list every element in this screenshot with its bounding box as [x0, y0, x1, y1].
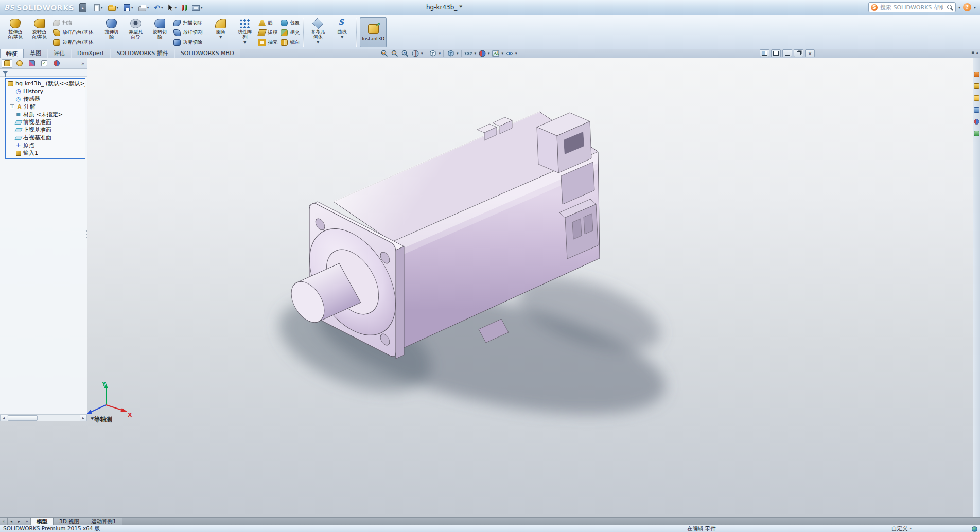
viewport-layout-button[interactable]	[760, 49, 769, 57]
previous-view-button[interactable]	[400, 49, 410, 58]
tree-item-material[interactable]: ≡ 材质 <未指定>	[7, 111, 85, 118]
intersect-button[interactable]: 相交	[281, 28, 300, 37]
tab-features[interactable]: 特征	[0, 49, 24, 58]
apply-scene-button[interactable]	[491, 49, 501, 58]
viewport-single-button[interactable]	[771, 49, 781, 57]
customize-control[interactable]: 自定义 ▴	[891, 525, 912, 532]
panel-horizontal-scrollbar[interactable]: ◂ ▸	[0, 414, 87, 421]
collapse-ribbon-button[interactable]: ▴	[976, 50, 978, 55]
fillet-button[interactable]: 圆角 ▼	[208, 16, 233, 48]
undo-button[interactable]: ↶▾	[152, 2, 164, 13]
dropdown-caret-icon[interactable]: ▼	[317, 41, 319, 44]
close-document-button[interactable]: ×	[805, 49, 815, 57]
view-orientation-button[interactable]	[428, 49, 438, 58]
loft-button[interactable]: 放样凸台/基体	[53, 28, 93, 37]
view-palette-icon[interactable]	[974, 107, 979, 113]
tab-motion-study[interactable]: 运动算例1	[85, 518, 122, 525]
graphics-area[interactable]: Y X Z *等轴测 ✓ » hg-kr43b_ (默认<<	[0, 58, 980, 517]
edit-appearance-button[interactable]	[477, 49, 487, 58]
tree-item-top-plane[interactable]: 上视基准面	[7, 126, 85, 134]
dropdown-caret-icon[interactable]: ▼	[341, 36, 343, 39]
rebuild-button[interactable]	[180, 2, 188, 13]
mirror-button[interactable]: 镜向	[281, 38, 300, 47]
dropdown-caret-icon[interactable]: ▾	[502, 51, 504, 56]
tree-item-imported1[interactable]: 输入1	[7, 149, 85, 157]
custom-properties-icon[interactable]	[974, 131, 979, 136]
search-placeholder[interactable]: 搜索 SOLIDWORKS 帮助	[880, 4, 943, 11]
dropdown-caret-icon[interactable]: ▾	[515, 51, 517, 56]
expand-icon[interactable]: +	[10, 104, 14, 109]
status-globe-icon[interactable]	[972, 526, 977, 532]
open-button[interactable]: ▾	[107, 2, 120, 13]
file-explorer-icon[interactable]	[974, 95, 979, 101]
design-library-icon[interactable]	[974, 83, 979, 89]
tab-sketch[interactable]: 草图	[24, 49, 47, 58]
extrude-boss-button[interactable]: 拉伸凸台/基体	[3, 16, 27, 48]
tab-evaluate[interactable]: 评估	[47, 49, 71, 58]
dropdown-caret-icon[interactable]: ▾	[439, 51, 441, 56]
panel-tabs-overflow-button[interactable]: »	[81, 61, 85, 66]
resources-icon[interactable]	[974, 72, 979, 77]
wrap-button[interactable]: 包覆	[281, 19, 300, 27]
restore-document-button[interactable]	[794, 49, 803, 57]
prev-tab-button[interactable]: ◂	[8, 518, 15, 525]
select-button[interactable]: ▾	[166, 2, 178, 13]
next-tab-button[interactable]: ▸	[15, 518, 23, 525]
scroll-left-button[interactable]: ◂	[0, 415, 7, 421]
dimxpert-manager-tab[interactable]: ✓	[39, 59, 49, 68]
curves-button[interactable]: 曲线 ▼	[330, 16, 354, 48]
boundary-boss-button[interactable]: 边界凸台/基体	[53, 38, 93, 47]
hole-wizard-button[interactable]: 异型孔向导	[124, 16, 148, 48]
dropdown-caret-icon[interactable]: ▾	[457, 51, 459, 56]
tree-item-sensors[interactable]: ◎ 传感器	[7, 95, 85, 103]
tree-item-front-plane[interactable]: 前视基准面	[7, 118, 85, 126]
help-dropdown-caret[interactable]: ▾	[974, 5, 976, 10]
linear-pattern-button[interactable]: 线性阵列 ▼	[233, 16, 257, 48]
display-style-button[interactable]	[446, 49, 456, 58]
dropdown-caret-icon[interactable]: ▼	[243, 41, 246, 44]
section-view-button[interactable]	[410, 49, 420, 58]
tab-3d-views[interactable]: 3D 视图	[54, 518, 85, 525]
property-manager-tab[interactable]	[14, 59, 25, 68]
tree-item-right-plane[interactable]: 右视基准面	[7, 134, 85, 141]
extrude-cut-button[interactable]: 拉伸切除	[99, 16, 124, 48]
scrollbar-thumb[interactable]	[8, 415, 38, 421]
revolve-boss-button[interactable]: 旋转凸台/基体	[27, 16, 51, 48]
loft-cut-button[interactable]: 放样切割	[173, 28, 202, 37]
tree-item-origin[interactable]: + 原点	[7, 141, 85, 149]
model-viewport-canvas[interactable]: Y X Z	[0, 58, 980, 517]
sweep-cut-button[interactable]: 扫描切除	[173, 19, 202, 27]
tab-dimxpert[interactable]: DimXpert	[71, 49, 110, 58]
display-options-button[interactable]: ▾	[190, 2, 204, 13]
help-button[interactable]: ?	[963, 3, 971, 11]
save-button[interactable]: ▾	[122, 2, 135, 13]
dropdown-caret-icon[interactable]: ▾	[488, 51, 490, 56]
zoom-to-area-button[interactable]	[390, 49, 399, 58]
search-dropdown-caret[interactable]: ▾	[958, 5, 960, 10]
search-box[interactable]: S 搜索 SOLIDWORKS 帮助	[868, 2, 956, 12]
tree-filter-bar[interactable]	[0, 69, 87, 77]
tree-item-annotations[interactable]: + A 注解	[7, 103, 85, 111]
menu-expand-button[interactable]: ▸	[79, 3, 86, 12]
tab-addins[interactable]: SOLIDWORKS 插件	[110, 49, 174, 58]
scroll-right-button[interactable]: ▸	[80, 415, 87, 421]
first-tab-button[interactable]: «	[0, 518, 8, 525]
dropdown-caret-icon[interactable]: ▼	[219, 36, 222, 39]
tab-model[interactable]: 模型	[31, 518, 54, 525]
sweep-button[interactable]: 扫描	[53, 19, 93, 27]
instant3d-button[interactable]: Instant3D	[360, 17, 387, 47]
tree-item-history[interactable]: ◷ History	[7, 87, 85, 95]
hide-show-items-button[interactable]	[464, 49, 474, 58]
tab-mbd[interactable]: SOLIDWORKS MBD	[174, 49, 240, 58]
magnifier-icon[interactable]	[946, 4, 953, 11]
appearances-icon[interactable]	[974, 119, 979, 125]
new-document-button[interactable]: ▾	[93, 2, 104, 13]
shell-button[interactable]: 抽壳	[258, 38, 277, 47]
tree-root-item[interactable]: hg-kr43b_ (默认<<默认>_显示...	[7, 80, 85, 87]
dropdown-caret-icon[interactable]: ▾	[475, 51, 477, 56]
pin-ribbon-button[interactable]: ▪	[971, 50, 974, 55]
revolve-cut-button[interactable]: 旋转切除	[148, 16, 172, 48]
panel-splitter-grip[interactable]	[85, 230, 88, 238]
minimize-document-button[interactable]	[782, 49, 792, 57]
rib-button[interactable]: 筋	[258, 19, 277, 27]
